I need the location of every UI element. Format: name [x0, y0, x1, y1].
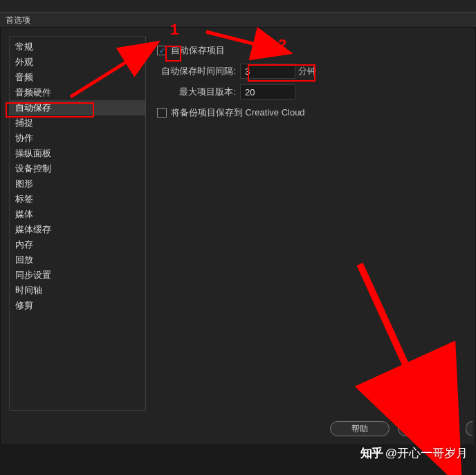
interval-label: 自动保存时间间隔: [154, 65, 236, 77]
preferences-dialog: 常规 外观 音频 音频硬件 自动保存 捕捉 协作 操纵面板 设备控制 图形 标签… [0, 28, 476, 445]
sidebar-item-general[interactable]: 常规 [10, 39, 145, 55]
interval-input[interactable] [240, 64, 295, 79]
settings-panel: 自动保存项目 自动保存时间间隔: 分钟 最大项目版本: 将备份项目保存到 Cre… [154, 36, 467, 405]
interval-unit: 分钟 [298, 65, 316, 77]
dialog-footer: 帮助 确定 [330, 421, 473, 436]
sidebar-item-media-cache[interactable]: 媒体缓存 [10, 222, 145, 237]
dialog-titlebar: 首选项 [0, 12, 476, 28]
watermark: 知乎 @开心一哥岁月 [360, 445, 468, 461]
auto-save-project-label: 自动保存项目 [171, 44, 225, 57]
cancel-button-partial[interactable] [466, 421, 473, 436]
category-sidebar: 常规 外观 音频 音频硬件 自动保存 捕捉 协作 操纵面板 设备控制 图形 标签… [9, 36, 146, 411]
sidebar-item-media[interactable]: 媒体 [10, 207, 145, 222]
watermark-author: @开心一哥岁月 [385, 445, 468, 461]
sidebar-item-audio[interactable]: 音频 [10, 70, 145, 85]
sidebar-item-device-control[interactable]: 设备控制 [10, 161, 145, 176]
sidebar-item-audio-hardware[interactable]: 音频硬件 [10, 85, 145, 100]
sidebar-item-labels[interactable]: 标签 [10, 192, 145, 207]
sidebar-item-capture[interactable]: 捕捉 [10, 115, 145, 131]
sidebar-item-graphics[interactable]: 图形 [10, 176, 145, 192]
help-button[interactable]: 帮助 [330, 421, 390, 436]
sidebar-item-timeline[interactable]: 时间轴 [10, 283, 145, 298]
sidebar-item-playback[interactable]: 回放 [10, 252, 145, 268]
max-versions-label: 最大项目版本: [154, 86, 236, 98]
auto-save-project-checkbox[interactable] [157, 46, 167, 55]
max-versions-input[interactable] [240, 84, 295, 100]
sidebar-item-collaboration[interactable]: 协作 [10, 131, 145, 146]
dialog-title: 首选项 [6, 15, 30, 25]
ok-button[interactable]: 确定 [398, 421, 457, 436]
sidebar-item-auto-save[interactable]: 自动保存 [10, 100, 145, 115]
sidebar-item-memory[interactable]: 内存 [10, 237, 145, 252]
sidebar-item-sync-settings[interactable]: 同步设置 [10, 268, 145, 283]
sidebar-item-trim[interactable]: 修剪 [10, 298, 145, 313]
watermark-brand: 知乎 [360, 445, 383, 461]
sidebar-item-appearance[interactable]: 外观 [10, 55, 145, 70]
save-backup-cc-checkbox[interactable] [157, 108, 167, 118]
save-backup-cc-label: 将备份项目保存到 Creative Cloud [171, 106, 305, 119]
app-background [0, 0, 476, 12]
sidebar-item-control-surface[interactable]: 操纵面板 [10, 146, 145, 161]
